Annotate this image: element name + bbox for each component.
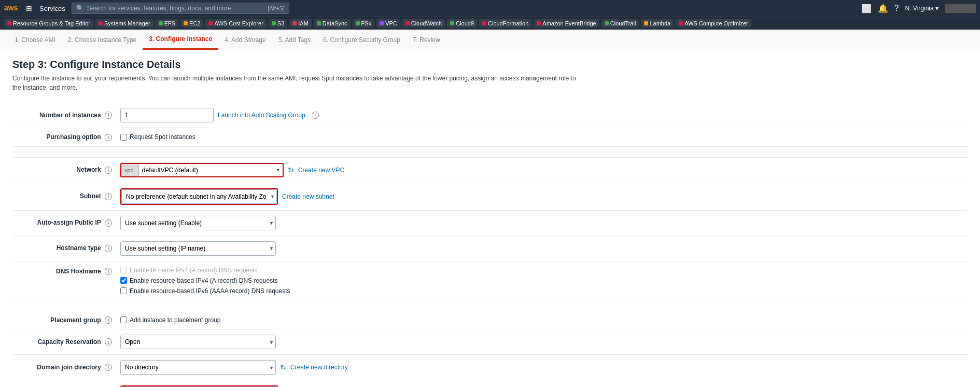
nav-right: ⬜ 🔔 ? N. Virginia ▾ (861, 4, 976, 13)
services-bar: Resource Groups & Tag Editor Systems Man… (0, 17, 980, 30)
service-tag-s3[interactable]: S3 (269, 19, 287, 27)
wizard-step-2[interactable]: 2. Choose Instance Type (62, 30, 143, 50)
purchasing-option-checkbox-label[interactable]: Request Spot instances (120, 133, 963, 141)
service-dot (605, 21, 609, 25)
service-dot (7, 21, 11, 25)
label-dns-hostname: DNS Hostname i (12, 261, 116, 300)
wizard-steps: 1. Choose AMI 2. Choose Instance Type 3.… (0, 30, 980, 50)
refresh-network-icon[interactable]: ↻ (288, 166, 294, 174)
label-placement-group: Placement group i (12, 311, 116, 329)
top-nav: aws ⊞ Services 🔍 [Alt+S] ⬜ 🔔 ? N. Virgin… (0, 0, 980, 17)
info-icon-dns[interactable]: i (105, 268, 112, 275)
capacity-reservation-select[interactable]: Open (120, 335, 276, 349)
service-dot (272, 21, 276, 25)
hostname-type-select[interactable]: Use subnet setting (IP name) (120, 241, 276, 256)
label-network: Network i (12, 157, 116, 183)
purchasing-option-checkbox[interactable] (120, 134, 127, 141)
dns-ipv4-enabled-label[interactable]: Enable resource-based IPv4 (A record) DN… (120, 277, 963, 284)
row-iam-role: IAM role i DCVInstanceProfile-DCVBuckets… (12, 380, 968, 388)
wizard-step-1[interactable]: 1. Choose AMI (8, 30, 62, 50)
label-purchasing-option: Purchasing option i (12, 128, 116, 147)
service-tag-fsx[interactable]: FSx (353, 19, 375, 27)
wizard-step-4[interactable]: 4. Add Storage (218, 30, 272, 50)
region-selector[interactable]: N. Virginia ▾ (905, 5, 939, 12)
service-tag-systems-manager[interactable]: Systems Manager (95, 19, 153, 27)
info-icon-hostname[interactable]: i (105, 245, 112, 252)
services-button[interactable]: Services (36, 3, 68, 15)
service-tag-cloudtrail[interactable]: CloudTrail (601, 19, 639, 27)
service-dot (679, 21, 683, 25)
info-icon-auto-assign[interactable]: i (105, 219, 112, 227)
search-shortcut: [Alt+S] (268, 5, 285, 11)
info-icon-network[interactable]: i (105, 167, 112, 174)
service-tag-compute-optimizer[interactable]: AWS Compute Optimizer (676, 19, 751, 27)
info-icon-placement[interactable]: i (105, 316, 112, 324)
row-domain-join: Domain join directory i No directory ▾ ↻… (12, 355, 968, 380)
subnet-select[interactable]: No preference (default subnet in any Ava… (121, 189, 277, 204)
bell-icon[interactable]: 🔔 (878, 4, 888, 13)
wizard-step-3[interactable]: 3. Configure Instance (143, 30, 218, 50)
row-auto-assign-ip: Auto-assign Public IP i Use subnet setti… (12, 210, 968, 236)
info-icon-subnet[interactable]: i (105, 193, 112, 200)
row-number-of-instances: Number of instances i Launch into Auto S… (12, 103, 968, 128)
hostname-type-select-wrapper: Use subnet setting (IP name) ▾ (120, 241, 276, 256)
svg-text:aws: aws (4, 4, 18, 12)
wizard-step-5[interactable]: 5. Add Tags (272, 30, 317, 50)
service-tag-iam[interactable]: IAM (289, 19, 312, 27)
launch-asg-link[interactable]: Launch into Auto Scaling Group (218, 112, 305, 119)
service-tag-cost-explorer[interactable]: AWS Cost Explorer (205, 19, 266, 27)
configure-instance-form: Number of instances i Launch into Auto S… (12, 103, 968, 387)
page-title: Step 3: Configure Instance Details (12, 59, 968, 71)
service-tag-ec2[interactable]: EC2 (180, 19, 203, 27)
placement-group-checkbox[interactable] (120, 316, 127, 323)
service-tag-efs[interactable]: EFS (156, 19, 178, 27)
service-dot (380, 21, 384, 25)
row-network: Network i vpc- defaultVPC (default) ▾ ↻ … (12, 157, 968, 183)
service-tag-cloudformation[interactable]: CloudFormation (479, 19, 531, 27)
info-icon-purchasing[interactable]: i (105, 134, 112, 141)
dns-ipv4-disabled-label: Enable IP name IPv4 (A record) DNS reque… (120, 267, 963, 274)
service-dot (159, 21, 163, 25)
dns-ipv4-enabled-checkbox[interactable] (120, 277, 127, 284)
create-subnet-link[interactable]: Create new subnet (282, 193, 334, 200)
service-tag-vpc[interactable]: VPC (376, 19, 400, 27)
network-select[interactable]: defaultVPC (default) (139, 164, 274, 176)
service-dot (644, 21, 648, 25)
instances-input[interactable] (120, 108, 214, 122)
domain-join-select[interactable]: No directory (120, 360, 276, 375)
help-icon[interactable]: ? (894, 4, 899, 13)
auto-assign-ip-select[interactable]: Use subnet setting (Enable) (120, 216, 276, 230)
wizard-step-7[interactable]: 7. Review (407, 30, 446, 50)
search-input[interactable] (87, 5, 264, 12)
create-vpc-link[interactable]: Create new VPC (298, 167, 344, 174)
service-tag-eventbridge[interactable]: Amazon EventBridge (534, 19, 599, 27)
refresh-directory-icon[interactable]: ↻ (280, 363, 286, 371)
info-icon-asg[interactable]: i (312, 112, 319, 119)
dns-ipv6-label[interactable]: Enable resource-based IPv6 (AAAA record)… (120, 287, 963, 295)
service-dot (450, 21, 454, 25)
service-dot (537, 21, 541, 25)
service-tag-cloud9[interactable]: Cloud9 (447, 19, 477, 27)
aws-logo[interactable]: aws (4, 3, 21, 13)
service-tag-resource-groups[interactable]: Resource Groups & Tag Editor (4, 19, 93, 27)
row-capacity-reservation: Capacity Reservation i Open ▾ (12, 329, 968, 355)
service-tag-cloudwatch[interactable]: CloudWatch (402, 19, 445, 27)
service-tag-datasync[interactable]: DataSync (314, 19, 351, 27)
info-icon-domain[interactable]: i (105, 364, 112, 371)
main-content: Step 3: Configure Instance Details Confi… (0, 50, 980, 387)
dns-ipv4-disabled-checkbox (120, 267, 127, 273)
service-tag-lambda[interactable]: Lambda (641, 19, 674, 27)
dns-ipv6-checkbox[interactable] (120, 287, 127, 294)
row-purchasing-option: Purchasing option i Request Spot instanc… (12, 128, 968, 147)
wizard-step-6[interactable]: 6. Configure Security Group (317, 30, 407, 50)
placement-group-checkbox-label[interactable]: Add instance to placement group (120, 316, 963, 324)
row-hostname-type: Hostname type i Use subnet setting (IP n… (12, 236, 968, 261)
row-placement-group: Placement group i Add instance to placem… (12, 311, 968, 329)
service-dot (99, 21, 103, 25)
create-directory-link[interactable]: Create new directory (290, 364, 348, 371)
monitor-icon[interactable]: ⬜ (861, 4, 872, 13)
info-icon-instances[interactable]: i (105, 112, 112, 119)
info-icon-capacity[interactable]: i (105, 338, 112, 345)
network-select-wrapper: vpc- defaultVPC (default) ▾ (120, 163, 284, 177)
capacity-reservation-select-wrapper: Open ▾ (120, 335, 276, 349)
